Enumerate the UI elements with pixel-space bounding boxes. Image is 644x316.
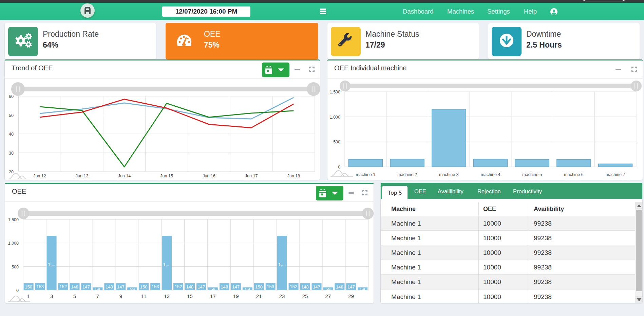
svg-text:23: 23 <box>279 293 285 299</box>
svg-text:153: 153 <box>36 284 44 289</box>
svg-text:0: 0 <box>338 165 340 170</box>
svg-text:20: 20 <box>9 170 14 174</box>
svg-text:11: 11 <box>141 293 147 299</box>
svg-text:29: 29 <box>348 293 354 299</box>
svg-text:1,...: 1,... <box>48 262 55 267</box>
svg-text:148: 148 <box>106 284 113 289</box>
svg-text:25: 25 <box>302 293 308 299</box>
svg-text:148: 148 <box>186 284 194 289</box>
svg-text:59: 59 <box>95 287 100 292</box>
svg-text:500: 500 <box>12 265 19 269</box>
svg-text:59: 59 <box>360 287 365 292</box>
svg-text:40: 40 <box>9 132 14 137</box>
svg-text:152: 152 <box>59 284 67 289</box>
svg-text:148: 148 <box>336 284 343 289</box>
svg-text:153: 153 <box>152 284 159 289</box>
svg-text:148: 148 <box>221 284 228 289</box>
svg-text:150: 150 <box>255 284 263 289</box>
svg-text:Jun 17: Jun 17 <box>245 174 258 178</box>
svg-text:3: 3 <box>50 293 53 299</box>
svg-text:Jun 15: Jun 15 <box>160 174 173 178</box>
svg-text:1: 1 <box>27 293 30 299</box>
svg-text:147: 147 <box>347 284 355 289</box>
svg-text:1,...: 1,... <box>163 262 171 267</box>
svg-text:27: 27 <box>325 293 331 299</box>
svg-text:1,500: 1,500 <box>8 217 19 222</box>
svg-text:60: 60 <box>9 94 14 99</box>
svg-text:Jun 14: Jun 14 <box>118 174 131 178</box>
svg-text:7: 7 <box>96 293 99 299</box>
svg-text:30: 30 <box>9 151 14 156</box>
svg-text:152: 152 <box>175 284 182 289</box>
svg-text:Jun 18: Jun 18 <box>287 174 300 178</box>
svg-text:1,500: 1,500 <box>330 90 340 94</box>
svg-text:147: 147 <box>82 284 90 289</box>
svg-text:19: 19 <box>233 293 239 299</box>
svg-text:59: 59 <box>130 287 135 292</box>
svg-text:0: 0 <box>16 288 19 293</box>
svg-text:147: 147 <box>198 284 205 289</box>
svg-text:148: 148 <box>71 284 78 289</box>
svg-text:147: 147 <box>313 284 320 289</box>
svg-text:147: 147 <box>117 284 125 289</box>
svg-text:15: 15 <box>187 293 193 299</box>
svg-text:153: 153 <box>267 284 274 289</box>
svg-text:59: 59 <box>326 287 330 292</box>
svg-text:13: 13 <box>164 293 170 299</box>
svg-text:machine 4: machine 4 <box>481 172 500 177</box>
svg-text:150: 150 <box>25 284 32 289</box>
svg-text:50: 50 <box>9 113 14 118</box>
svg-text:Jun 16: Jun 16 <box>203 174 215 178</box>
svg-text:1,000: 1,000 <box>8 241 19 246</box>
svg-text:21: 21 <box>256 293 262 299</box>
svg-text:machine 2: machine 2 <box>397 172 417 177</box>
svg-text:machine 1: machine 1 <box>356 172 376 177</box>
svg-text:150: 150 <box>140 284 148 289</box>
svg-text:Jun 13: Jun 13 <box>76 174 89 178</box>
svg-text:500: 500 <box>333 140 340 144</box>
svg-text:machine 5: machine 5 <box>522 172 542 177</box>
svg-text:59: 59 <box>210 287 215 292</box>
svg-text:1,000: 1,000 <box>330 115 340 120</box>
svg-text:147: 147 <box>232 284 240 289</box>
svg-text:59: 59 <box>245 287 250 292</box>
svg-text:152: 152 <box>290 284 297 289</box>
svg-text:17: 17 <box>210 293 216 299</box>
svg-text:5: 5 <box>73 293 76 299</box>
svg-text:machine 7: machine 7 <box>606 172 625 177</box>
svg-text:148: 148 <box>301 284 309 289</box>
svg-text:machine 6: machine 6 <box>564 172 584 177</box>
svg-text:9: 9 <box>119 293 122 299</box>
svg-text:machine 3: machine 3 <box>439 172 459 177</box>
svg-text:1,...: 1,... <box>278 262 286 267</box>
svg-text:Jun 12: Jun 12 <box>33 174 46 178</box>
